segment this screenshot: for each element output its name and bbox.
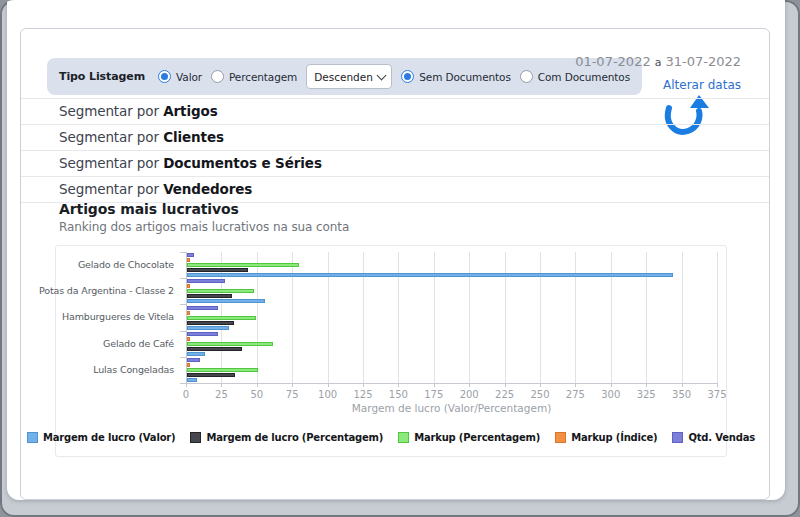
sort-select-input[interactable]: Descendente: [306, 64, 392, 89]
bar-margem-de-lucro-percentagem: [187, 321, 234, 325]
radio-label: Valor: [176, 71, 202, 83]
bar-markup-i-ndice: [187, 311, 190, 315]
bar-qtd-vendas: [187, 279, 225, 283]
bar-margem-de-lucro-percentagem: [187, 347, 242, 351]
bar-qtd-vendas: [187, 332, 218, 336]
legend-label: Markup (Percentagem): [414, 432, 540, 443]
radio-icon[interactable]: [401, 70, 414, 83]
bar-qtd-vendas: [187, 358, 200, 362]
gridline: [717, 252, 718, 383]
x-tick-label: 250: [520, 389, 560, 400]
bar-margem-de-lucro-valor: [187, 273, 673, 277]
legend-swatch: [555, 432, 566, 443]
gridline: [292, 252, 293, 383]
radio-label: Percentagem: [229, 71, 297, 83]
section-title: Artigos mais lucrativos: [59, 201, 239, 217]
type-radio-group: ValorPercentagem: [158, 70, 297, 83]
x-tick-label: 25: [201, 389, 241, 400]
bar-margem-de-lucro-percentagem: [187, 373, 235, 377]
radio-icon[interactable]: [158, 70, 171, 83]
bar-markup-i-ndice: [187, 363, 190, 367]
bar-markup-percentagem: [187, 342, 273, 346]
x-tick-label: 0: [166, 389, 206, 400]
segment-row-vendedores[interactable]: Segmentar por Vendedores: [21, 177, 769, 203]
gridline: [575, 252, 576, 383]
x-tick-label: 325: [626, 389, 666, 400]
bar-markup-percentagem: [187, 368, 258, 372]
bar-markup-percentagem: [187, 263, 299, 267]
legend-swatch: [190, 432, 201, 443]
radio-icon[interactable]: [211, 70, 224, 83]
gridline: [363, 252, 364, 383]
gridline: [398, 252, 399, 383]
segment-prefix: Segmentar por: [59, 129, 163, 145]
x-axis-line: [186, 383, 717, 384]
end-date: 31-07-2022: [665, 54, 741, 69]
chart-legend: Margem de lucro (Valor)Margem de lucro (…: [56, 432, 726, 443]
legend-item-qtd-vendas[interactable]: Qtd. Vendas: [672, 432, 754, 443]
bar-margem-de-lucro-valor: [187, 299, 265, 303]
x-tick-label: 50: [237, 389, 277, 400]
x-tick-label: 375: [697, 389, 737, 400]
legend-item-margem-de-lucro-valor[interactable]: Margem de lucro (Valor): [27, 432, 175, 443]
x-tick-label: 350: [662, 389, 702, 400]
documents-radio-com-documentos[interactable]: Com Documentos: [520, 70, 630, 83]
gridline: [682, 252, 683, 383]
content-panel: Tipo Listagem ValorPercentagem Descenden…: [20, 28, 770, 500]
category-label: Gelado de Café: [24, 331, 174, 357]
alterar-datas-link[interactable]: Alterar datas: [663, 78, 741, 92]
documents-radio-sem-documentos[interactable]: Sem Documentos: [401, 70, 511, 83]
segment-row-artigos[interactable]: Segmentar por Artigos: [21, 99, 769, 125]
gridline: [505, 252, 506, 383]
segment-name: Vendedores: [163, 181, 252, 197]
x-tick-label: 300: [591, 389, 631, 400]
segment-row-clientes[interactable]: Segmentar por Clientes: [21, 125, 769, 151]
documents-radio-group: Sem DocumentosCom Documentos: [401, 70, 630, 83]
x-tick-label: 100: [308, 389, 348, 400]
legend-item-markup-i-ndice[interactable]: Markup (Índice): [555, 432, 657, 443]
bar-chart-plot: 0255075100125150175200225250275300325350…: [56, 246, 726, 456]
x-tick-label: 75: [272, 389, 312, 400]
segment-prefix: Segmentar por: [59, 103, 163, 119]
legend-swatch: [398, 432, 409, 443]
axis-tick: [717, 383, 718, 387]
legend-item-margem-de-lucro-percentagem[interactable]: Margem de lucro (Percentagem): [190, 432, 383, 443]
legend-swatch: [27, 432, 38, 443]
bar-markup-i-ndice: [187, 284, 190, 288]
segment-name: Artigos: [163, 103, 217, 119]
category-label: Potas da Argentina - Classe 2: [24, 278, 174, 304]
gridline: [469, 252, 470, 383]
legend-item-markup-percentagem[interactable]: Markup (Percentagem): [398, 432, 540, 443]
category-tick: [180, 357, 186, 358]
category-tick: [180, 252, 186, 253]
radio-icon[interactable]: [520, 70, 533, 83]
segment-name: Documentos e Séries: [163, 155, 322, 171]
bar-markup-i-ndice: [187, 258, 190, 262]
x-tick-label: 275: [555, 389, 595, 400]
page-card: Tipo Listagem ValorPercentagem Descenden…: [7, 0, 785, 500]
screenshot-frame: Tipo Listagem ValorPercentagem Descenden…: [0, 0, 800, 517]
radio-label: Com Documentos: [538, 71, 630, 83]
gridline: [540, 252, 541, 383]
segment-prefix: Segmentar por: [59, 181, 163, 197]
bar-markup-percentagem: [187, 289, 254, 293]
sort-select[interactable]: Descendente: [306, 64, 392, 89]
x-tick-label: 225: [485, 389, 525, 400]
type-radio-valor[interactable]: Valor: [158, 70, 202, 83]
bar-qtd-vendas: [187, 306, 218, 310]
bar-margem-de-lucro-percentagem: [187, 294, 232, 298]
gridline: [434, 252, 435, 383]
segment-row-documentos-e-se-ries[interactable]: Segmentar por Documentos e Séries: [21, 151, 769, 177]
gridline: [328, 252, 329, 383]
x-axis-label: Margem de lucro (Valor/Percentagem): [186, 402, 717, 414]
category-label: Lulas Congeladas: [24, 357, 174, 383]
radio-label: Sem Documentos: [419, 71, 511, 83]
category-label: Hamburgueres de Vitela: [24, 304, 174, 330]
bar-margem-de-lucro-percentagem: [187, 268, 248, 272]
gridline: [257, 252, 258, 383]
segment-name: Clientes: [163, 129, 224, 145]
category-tick: [180, 278, 186, 279]
bar-margem-de-lucro-valor: [187, 352, 205, 356]
x-tick-label: 150: [378, 389, 418, 400]
type-radio-percentagem[interactable]: Percentagem: [211, 70, 297, 83]
